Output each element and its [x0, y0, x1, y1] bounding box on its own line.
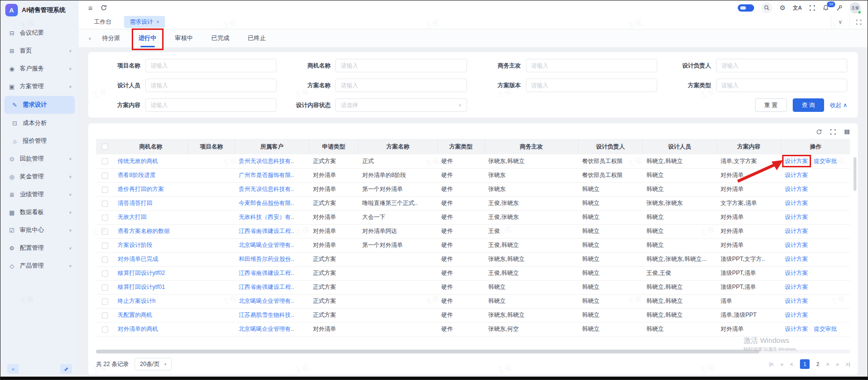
search-icon[interactable]: [761, 2, 772, 13]
row-checkbox[interactable]: [102, 285, 108, 291]
vertical-scrollbar[interactable]: [854, 157, 856, 191]
customer-link[interactable]: 江苏易肌雪生物科技..: [235, 308, 309, 322]
plan-name-input[interactable]: [335, 79, 467, 92]
customer-link[interactable]: 江西省南强建设工程..: [235, 224, 309, 238]
sidebar-item-bonus-management[interactable]: ◎ 奖金管理 ∨: [0, 168, 79, 186]
customer-link[interactable]: 北京噶噶企业管理有..: [235, 294, 309, 308]
design-owner-input[interactable]: [716, 59, 847, 72]
query-button[interactable]: 查 询: [793, 98, 824, 112]
page-1-button[interactable]: 1: [800, 359, 810, 369]
opportunity-name-link[interactable]: 核算打回设计ytf01: [114, 280, 188, 294]
design-plan-action[interactable]: 设计方案: [785, 312, 808, 318]
design-plan-action[interactable]: 设计方案: [785, 270, 808, 276]
row-checkbox[interactable]: [102, 243, 108, 249]
opportunity-name-link[interactable]: 无配置的商机: [114, 308, 188, 322]
design-plan-action[interactable]: 设计方案: [785, 200, 808, 206]
project-name-input[interactable]: [145, 59, 276, 72]
next-page-button[interactable]: >: [826, 361, 829, 367]
status-tab-pending[interactable]: 待分派: [101, 32, 122, 44]
design-plan-action[interactable]: 设计方案: [785, 186, 808, 192]
status-tab-in-progress[interactable]: 进行中: [138, 32, 158, 44]
row-checkbox[interactable]: [102, 229, 108, 235]
page-2-button[interactable]: 2: [816, 361, 819, 367]
sidebar-item-payment-management[interactable]: ⊙ 回款管理 ∨: [0, 150, 79, 168]
status-tab-reviewing[interactable]: 审核中: [174, 32, 194, 44]
row-checkbox[interactable]: [102, 201, 108, 207]
language-icon[interactable]: 文A: [793, 5, 802, 11]
sidebar-item-home[interactable]: ⊞ 首页 ∨: [0, 42, 79, 60]
reset-button[interactable]: 重 置: [755, 98, 786, 112]
close-icon[interactable]: ×: [156, 19, 159, 25]
select-all-checkbox[interactable]: [102, 144, 108, 150]
row-checkbox[interactable]: [102, 158, 108, 164]
fullscreen-icon[interactable]: [809, 5, 815, 11]
collapse-filters-link[interactable]: 收起 ∧: [830, 101, 847, 109]
design-plan-action[interactable]: 设计方案: [785, 214, 808, 220]
horizontal-scrollbar[interactable]: [96, 350, 850, 353]
opportunity-name-link[interactable]: 造价再打回的方案: [114, 182, 188, 196]
biz-lead-input[interactable]: [526, 59, 657, 72]
plan-type-input[interactable]: [716, 79, 847, 92]
opportunity-name-link[interactable]: 清答清答打回: [114, 196, 188, 210]
designer-input[interactable]: [145, 79, 276, 92]
tab-dropdown-icon[interactable]: ∨: [831, 15, 849, 29]
table-refresh-icon[interactable]: [816, 128, 822, 137]
wrench-icon[interactable]: [836, 5, 842, 11]
row-checkbox[interactable]: [102, 312, 108, 319]
plan-version-input[interactable]: [526, 79, 657, 92]
fast-next-button[interactable]: »: [836, 361, 839, 367]
user-avatar[interactable]: 王俊: [850, 2, 861, 14]
sidebar-item-config-management[interactable]: ⚙ 配置管理 ∨: [0, 239, 79, 257]
customer-link[interactable]: 北京噶噶企业管理有..: [235, 238, 309, 252]
plan-content-input[interactable]: [145, 98, 276, 112]
row-checkbox[interactable]: [102, 326, 108, 333]
status-tab-terminated[interactable]: 已终止: [247, 32, 267, 44]
hamburger-menu-icon[interactable]: ≡: [88, 4, 93, 12]
opportunity-name-link[interactable]: 无敌大打回: [114, 210, 188, 224]
fast-prev-button[interactable]: «: [780, 361, 783, 367]
opportunity-name-link[interactable]: 终止方案设计h: [114, 294, 188, 308]
sidebar-item-plan-management[interactable]: ▣ 方案管理 ∧: [0, 78, 79, 95]
design-plan-action[interactable]: 设计方案: [785, 172, 808, 178]
customer-link[interactable]: 北京噶噶企业管理有..: [235, 322, 309, 336]
sidebar-collapse-button[interactable]: «: [7, 364, 19, 374]
customer-link[interactable]: 无敌科技（西安）有..: [235, 210, 309, 224]
row-checkbox[interactable]: [102, 215, 108, 221]
customer-link[interactable]: 今麦郎食品股份有限..: [235, 196, 309, 210]
opportunity-name-link[interactable]: 对外清单已完成: [114, 252, 188, 266]
design-plan-action[interactable]: 设计方案: [785, 256, 808, 262]
submit-approval-action[interactable]: 提交审批: [814, 158, 837, 164]
customer-link[interactable]: 和田维吾尔药业股份..: [235, 252, 309, 266]
sidebar-item-performance-management[interactable]: ≣ 业绩管理 ∨: [0, 186, 79, 204]
design-plan-action[interactable]: 设计方案: [785, 158, 808, 164]
sidebar-item-meeting-notes[interactable]: ⊟ 会议纪要: [0, 24, 79, 42]
sidebar-item-requirement-design[interactable]: ✎ 需求设计: [4, 96, 75, 114]
sidebar-item-customer-service[interactable]: ◉ 客户服务 ∨: [0, 60, 79, 78]
column-settings-icon[interactable]: [844, 128, 850, 137]
design-plan-action[interactable]: 设计方案: [785, 284, 808, 290]
design-plan-action[interactable]: 设计方案: [785, 242, 808, 248]
page-size-select[interactable]: 20条/页 ▾: [135, 358, 172, 370]
gear-icon[interactable]: ⚙: [779, 4, 785, 11]
design-plan-action[interactable]: 设计方案: [785, 298, 808, 304]
theme-toggle[interactable]: [738, 4, 754, 12]
sidebar-item-product-management[interactable]: ◇ 产品管理 ∨: [0, 257, 79, 275]
chevron-down-icon[interactable]: ∨: [88, 36, 92, 41]
row-checkbox[interactable]: [102, 299, 108, 305]
row-checkbox[interactable]: [102, 257, 108, 263]
opportunity-name-link[interactable]: 方案设计阶段: [114, 238, 188, 252]
opportunity-name-link[interactable]: 对外清单的商机: [114, 322, 188, 336]
opportunity-name-input[interactable]: [335, 59, 467, 72]
maximize-icon[interactable]: [849, 15, 868, 29]
sidebar-item-cost-analysis[interactable]: ⊡ 成本分析: [0, 114, 79, 132]
last-page-button[interactable]: >|: [846, 361, 850, 367]
design-plan-action[interactable]: 设计方案: [785, 326, 808, 332]
opportunity-name-link[interactable]: 查看8阶段进度: [114, 168, 188, 182]
tab-requirement-design[interactable]: 需求设计 ×: [124, 16, 165, 28]
sidebar-item-data-dashboard[interactable]: ▦ 数据看板 ∨: [0, 204, 79, 221]
tab-workbench[interactable]: 工作台: [88, 16, 117, 28]
status-tab-completed[interactable]: 已完成: [210, 32, 231, 44]
customer-link[interactable]: 广州市是否服饰有限..: [235, 168, 309, 182]
row-checkbox[interactable]: [102, 187, 108, 193]
opportunity-name-link[interactable]: 传统无敌的商机: [114, 154, 188, 168]
